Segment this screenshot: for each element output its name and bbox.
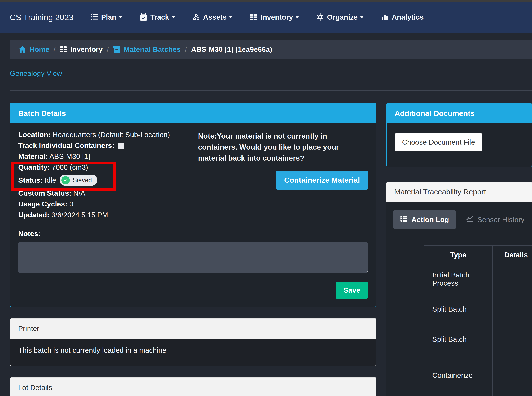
- nav-item-organize[interactable]: Organize: [308, 13, 372, 21]
- field-quantity: Quantity: 7000 (cm3): [18, 163, 190, 171]
- breadcrumb-separator: /: [185, 45, 187, 54]
- nav-item-label: Assets: [203, 13, 227, 21]
- nav-items: Plan Track Assets: [82, 13, 432, 21]
- printer-header: Printer: [10, 319, 376, 338]
- chevron-down-icon: [296, 16, 299, 18]
- breadcrumb-label: Inventory: [70, 45, 103, 54]
- nav-item-assets[interactable]: Assets: [184, 13, 241, 21]
- track-containers-checkbox[interactable]: [118, 143, 124, 149]
- action-log-table: Type Details Initial Batch Process Split…: [424, 245, 532, 396]
- breadcrumb-separator: /: [107, 45, 109, 54]
- lot-details-panel: Lot Details: [10, 377, 376, 396]
- nav-item-plan[interactable]: Plan: [82, 13, 131, 21]
- nav-item-label: Inventory: [260, 13, 293, 21]
- breadcrumb-label: Home: [30, 45, 49, 54]
- chevron-down-icon: [171, 16, 175, 18]
- nav-item-inventory[interactable]: Inventory: [241, 13, 308, 21]
- chevron-down-icon: [119, 16, 122, 18]
- section-divider: [10, 90, 532, 91]
- table-grid-icon: [250, 13, 257, 21]
- nav-item-track[interactable]: Track: [131, 13, 184, 21]
- field-usage-cycles: Usage Cycles: 0: [18, 200, 190, 208]
- containers-note: Note:Your material is not currently in c…: [190, 130, 368, 221]
- cell-type: Containerize: [424, 354, 492, 396]
- check-circle-icon: ✓: [61, 176, 70, 184]
- cell-type: Split Batch: [424, 324, 492, 354]
- traceability-panel: Material Traceability Report: [386, 182, 532, 396]
- additional-documents-panel: Additional Documents Choose Document Fil…: [386, 103, 532, 167]
- field-custom-status: Custom Status: N/A: [18, 189, 190, 197]
- table-row[interactable]: Initial Batch Process: [424, 264, 532, 294]
- batch-fields: Location: Headquarters (Default Sub-Loca…: [18, 130, 190, 221]
- nav-item-analytics[interactable]: Analytics: [372, 13, 432, 21]
- gear-icon: [316, 13, 324, 21]
- breadcrumb-label: Material Batches: [124, 45, 181, 54]
- printer-message: This batch is not currently loaded in a …: [10, 338, 376, 366]
- home-icon: [18, 46, 26, 53]
- cell-details: [492, 324, 532, 354]
- table-list-icon: [400, 215, 408, 224]
- table-grid-icon: [60, 46, 67, 53]
- cell-details: [492, 354, 532, 396]
- table-row[interactable]: Containerize: [424, 354, 532, 396]
- breadcrumb-home[interactable]: Home: [18, 45, 49, 54]
- breadcrumb: Home / Inventory /: [10, 40, 532, 59]
- calendar-check-icon: [140, 13, 147, 21]
- bar-chart-icon: [381, 13, 389, 21]
- containerize-material-button[interactable]: Containerize Material: [276, 171, 368, 190]
- archive-box-icon: [113, 46, 120, 53]
- traceability-header: Material Traceability Report: [386, 182, 532, 202]
- batch-details-panel: Batch Details Location: Headquarters (De…: [10, 103, 376, 307]
- additional-documents-header: Additional Documents: [387, 103, 532, 123]
- breadcrumb-separator: /: [54, 45, 56, 54]
- chart-line-icon: [466, 215, 473, 224]
- field-material: Material: ABS-M30 [1]: [18, 152, 190, 161]
- printer-panel: Printer This batch is not currently load…: [10, 318, 376, 366]
- tab-action-log[interactable]: Action Log: [393, 210, 456, 229]
- save-button[interactable]: Save: [336, 282, 368, 299]
- table-row[interactable]: Split Batch: [424, 294, 532, 324]
- table-row[interactable]: Split Batch: [424, 324, 532, 354]
- status-badge: ✓ Sieved: [59, 175, 97, 186]
- field-updated: Updated: 3/6/2024 5:15 PM: [18, 211, 190, 219]
- field-location: Location: Headquarters (Default Sub-Loca…: [18, 130, 190, 139]
- navbar: CS Training 2023 Plan: [0, 2, 532, 33]
- assets-cluster-icon: [193, 13, 200, 21]
- breadcrumb-material-batches[interactable]: Material Batches: [113, 45, 181, 54]
- choose-document-file-button[interactable]: Choose Document File: [395, 133, 482, 151]
- chevron-down-icon: [229, 16, 232, 18]
- cell-type: Split Batch: [424, 294, 492, 324]
- notes-textarea[interactable]: [18, 242, 368, 273]
- column-header-details: Details: [492, 245, 532, 264]
- cell-details: [492, 264, 532, 294]
- browser-top-strip: [0, 0, 532, 2]
- batch-details-header: Batch Details: [10, 103, 376, 123]
- notes-label: Notes:: [18, 230, 368, 238]
- tab-sensor-history[interactable]: Sensor History: [465, 215, 526, 224]
- brand-link[interactable]: CS Training 2023: [10, 12, 73, 22]
- cell-type: Initial Batch Process: [424, 264, 492, 294]
- chevron-down-icon: [360, 16, 364, 18]
- column-header-type: Type: [424, 245, 492, 264]
- cell-details: [492, 294, 532, 324]
- nav-item-label: Track: [150, 13, 169, 21]
- field-status: Status: Idle ✓ Sieved: [18, 174, 190, 186]
- traceability-tabs: Action Log Sensor History: [393, 210, 532, 229]
- tasks-icon: [91, 13, 98, 21]
- nav-item-label: Plan: [101, 13, 116, 21]
- breadcrumb-current: ABS-M30 [1] (1ea9e66a): [191, 45, 272, 54]
- breadcrumb-inventory[interactable]: Inventory: [60, 45, 103, 54]
- lot-details-header: Lot Details: [10, 378, 376, 396]
- field-track-containers: Track Individual Containers:: [18, 141, 190, 150]
- nav-item-label: Analytics: [392, 13, 424, 21]
- genealogy-view-link[interactable]: Genealogy View: [10, 69, 62, 77]
- nav-item-label: Organize: [327, 13, 358, 21]
